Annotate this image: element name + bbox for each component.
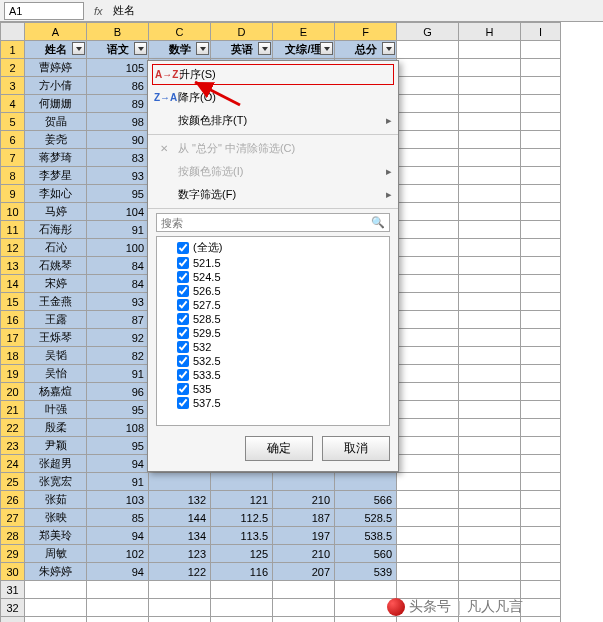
cell[interactable] [459, 131, 521, 149]
cell[interactable] [521, 401, 561, 419]
cell[interactable] [397, 203, 459, 221]
cell[interactable] [521, 185, 561, 203]
row-header-15[interactable]: 15 [1, 293, 25, 311]
cell[interactable]: 144 [149, 509, 211, 527]
filter-dropdown-icon[interactable] [258, 42, 271, 55]
table-header[interactable]: 英语 [211, 41, 273, 59]
cell[interactable] [397, 581, 459, 599]
cell[interactable] [459, 95, 521, 113]
row-header-9[interactable]: 9 [1, 185, 25, 203]
cell[interactable] [397, 401, 459, 419]
cell[interactable]: 郑美玲 [25, 527, 87, 545]
cell[interactable] [521, 437, 561, 455]
cell[interactable] [521, 95, 561, 113]
row-header-12[interactable]: 12 [1, 239, 25, 257]
cell[interactable]: 尹颖 [25, 437, 87, 455]
cell[interactable] [521, 419, 561, 437]
ok-button[interactable]: 确定 [245, 436, 313, 461]
menu-sort-asc[interactable]: A→Z↓ 升序(S) [152, 64, 394, 85]
cell[interactable]: 王金燕 [25, 293, 87, 311]
row-header-31[interactable]: 31 [1, 581, 25, 599]
cell[interactable]: 197 [273, 527, 335, 545]
cell[interactable] [397, 437, 459, 455]
cell[interactable]: 何姗姗 [25, 95, 87, 113]
cell[interactable]: 528.5 [335, 509, 397, 527]
cell[interactable] [459, 167, 521, 185]
cell[interactable] [273, 599, 335, 617]
cell[interactable]: 张宽宏 [25, 473, 87, 491]
cell[interactable] [397, 455, 459, 473]
cell[interactable] [397, 491, 459, 509]
checkbox[interactable] [177, 299, 189, 311]
cell[interactable] [397, 545, 459, 563]
row-header-16[interactable]: 16 [1, 311, 25, 329]
cell[interactable]: 方小倩 [25, 77, 87, 95]
cell[interactable]: 91 [87, 473, 149, 491]
row-header-21[interactable]: 21 [1, 401, 25, 419]
row-header-23[interactable]: 23 [1, 437, 25, 455]
row-header-25[interactable]: 25 [1, 473, 25, 491]
menu-number-filter[interactable]: 数字筛选(F) ▸ [148, 183, 398, 206]
cell[interactable]: 蒋梦琦 [25, 149, 87, 167]
cell[interactable] [397, 185, 459, 203]
cell[interactable] [459, 41, 521, 59]
col-header-H[interactable]: H [459, 23, 521, 41]
cell[interactable]: 116 [211, 563, 273, 581]
cell[interactable] [521, 545, 561, 563]
cell[interactable]: 张映 [25, 509, 87, 527]
cell[interactable] [521, 527, 561, 545]
row-header-29[interactable]: 29 [1, 545, 25, 563]
cell[interactable]: 王烁琴 [25, 329, 87, 347]
cell[interactable] [397, 221, 459, 239]
cell[interactable] [459, 581, 521, 599]
cell[interactable] [459, 329, 521, 347]
cell[interactable]: 宋婷 [25, 275, 87, 293]
cell[interactable] [459, 293, 521, 311]
checkbox[interactable] [177, 242, 189, 254]
cell[interactable]: 210 [273, 545, 335, 563]
cell[interactable]: 92 [87, 329, 149, 347]
cell[interactable]: 85 [87, 509, 149, 527]
cell[interactable] [459, 383, 521, 401]
cell[interactable] [397, 563, 459, 581]
cell[interactable] [87, 599, 149, 617]
cell[interactable]: 93 [87, 293, 149, 311]
row-header-20[interactable]: 20 [1, 383, 25, 401]
cell[interactable] [521, 563, 561, 581]
select-all-corner[interactable] [1, 23, 25, 41]
cell[interactable] [459, 185, 521, 203]
row-header-18[interactable]: 18 [1, 347, 25, 365]
cell[interactable] [459, 149, 521, 167]
cell[interactable]: 104 [87, 203, 149, 221]
cell[interactable] [521, 239, 561, 257]
cell[interactable] [459, 419, 521, 437]
cell[interactable] [397, 149, 459, 167]
cell[interactable] [521, 257, 561, 275]
cell[interactable]: 张超男 [25, 455, 87, 473]
cell[interactable] [521, 581, 561, 599]
cell[interactable]: 132 [149, 491, 211, 509]
search-icon[interactable]: 🔍 [371, 216, 385, 229]
cell[interactable] [521, 509, 561, 527]
cell[interactable]: 王露 [25, 311, 87, 329]
cell[interactable] [335, 581, 397, 599]
cell[interactable]: 566 [335, 491, 397, 509]
cell[interactable] [397, 131, 459, 149]
cell[interactable] [397, 365, 459, 383]
cell[interactable] [521, 149, 561, 167]
cell[interactable] [459, 545, 521, 563]
cell[interactable] [397, 293, 459, 311]
cell[interactable]: 石沁 [25, 239, 87, 257]
cell[interactable]: 113.5 [211, 527, 273, 545]
cell[interactable]: 95 [87, 437, 149, 455]
cell[interactable]: 石海彤 [25, 221, 87, 239]
filter-dropdown-icon[interactable] [320, 42, 333, 55]
option-item[interactable]: 533.5 [159, 368, 387, 382]
cell[interactable]: 108 [87, 419, 149, 437]
cell[interactable] [397, 347, 459, 365]
option-item[interactable]: 532.5 [159, 354, 387, 368]
row-header-4[interactable]: 4 [1, 95, 25, 113]
row-header-26[interactable]: 26 [1, 491, 25, 509]
checkbox[interactable] [177, 257, 189, 269]
cell[interactable] [521, 275, 561, 293]
